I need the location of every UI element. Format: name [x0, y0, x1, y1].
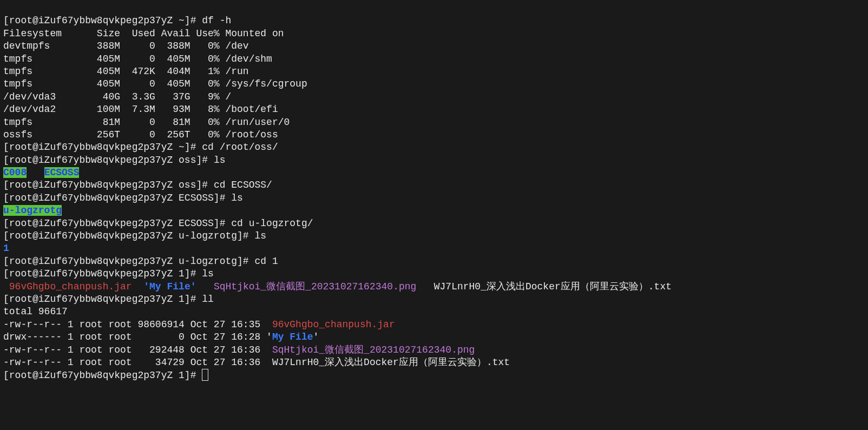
dir-1: 1	[3, 243, 9, 254]
ls-gap	[416, 281, 433, 292]
cmd-ll: ll	[202, 294, 214, 305]
prompt-1: [root@iZuf67ybbw8qvkpeg2p37yZ 1]#	[3, 370, 202, 381]
quote-open: '	[266, 332, 272, 342]
file-jar: 96vGhgbo_chanpush.jar	[9, 281, 132, 292]
file-myfile: 'My File'	[143, 281, 196, 292]
ls-gap	[196, 281, 213, 292]
prompt-1: [root@iZuf67ybbw8qvkpeg2p37yZ 1]#	[3, 294, 202, 305]
ll-total: total 96617	[3, 306, 68, 317]
df-row: devtmpfs 388M 0 388M 0% /dev	[3, 41, 249, 51]
cmd-df: df -h	[202, 15, 231, 26]
ls-pre	[3, 281, 9, 292]
prompt-home: [root@iZuf67ybbw8qvkpeg2p37yZ ~]#	[3, 15, 202, 26]
cmd-cd-ulog: cd u-logzrotg/	[231, 218, 313, 229]
prompt-ulog: [root@iZuf67ybbw8qvkpeg2p37yZ u-logzrotg…	[3, 230, 254, 241]
ll-row-meta: -rw-r--r-- 1 root root 34729 Oct 27 16:3…	[3, 357, 272, 368]
prompt-1: [root@iZuf67ybbw8qvkpeg2p37yZ 1]#	[3, 268, 202, 279]
prompt-ecsoss: [root@iZuf67ybbw8qvkpeg2p37yZ ECSOSS]#	[3, 193, 231, 203]
cmd-ls: ls	[254, 230, 266, 241]
ll-row-name: WJ7LnrH0_深入浅出Docker应用（阿里云实验）.txt	[272, 357, 510, 368]
df-row: tmpfs 81M 0 81M 0% /run/user/0	[3, 117, 290, 128]
dir-c008: C008	[3, 167, 27, 178]
df-row: tmpfs 405M 0 405M 0% /sys/fs/cgroup	[3, 78, 307, 89]
df-row: tmpfs 405M 472K 404M 1% /run	[3, 66, 249, 77]
ls-gap	[132, 281, 144, 292]
ll-row-meta: -rw-r--r-- 1 root root 292448 Oct 27 16:…	[3, 345, 272, 355]
ll-row-name: SqHtjkoi_微信截图_20231027162340.png	[272, 345, 475, 355]
ll-row-name: 96vGhgbo_chanpush.jar	[272, 319, 395, 330]
df-row: ossfs 256T 0 256T 0% /root/oss	[3, 129, 278, 140]
file-png: SqHtjkoi_微信截图_20231027162340.png	[214, 281, 416, 292]
df-row: tmpfs 405M 0 405M 0% /dev/shm	[3, 54, 272, 64]
ll-row-meta: drwx------ 1 root root 0 Oct 27 16:28	[3, 332, 266, 342]
prompt-oss: [root@iZuf67ybbw8qvkpeg2p37yZ oss]#	[3, 155, 214, 166]
ll-row-name: My File	[272, 332, 313, 342]
cmd-cd-1: cd 1	[254, 256, 278, 267]
prompt-ecsoss: [root@iZuf67ybbw8qvkpeg2p37yZ ECSOSS]#	[3, 218, 231, 229]
quote-close: '	[313, 332, 319, 342]
df-header: Filesystem Size Used Avail Use% Mounted …	[3, 28, 284, 39]
ls-gap	[27, 167, 44, 178]
cmd-ls: ls	[214, 155, 226, 166]
df-row: /dev/vda3 40G 3.3G 37G 9% /	[3, 91, 231, 102]
ll-row-meta: -rw-r--r-- 1 root root 98606914 Oct 27 1…	[3, 319, 272, 330]
cmd-cd-ecsoss: cd ECSOSS/	[214, 180, 272, 190]
terminal[interactable]: [root@iZuf67ybbw8qvkpeg2p37yZ ~]# df -h …	[0, 0, 868, 385]
cmd-ls: ls	[202, 268, 214, 279]
dir-ecsoss: ECSOSS	[44, 167, 80, 178]
df-row: /dev/vda2 100M 7.3M 93M 8% /boot/efi	[3, 104, 278, 115]
prompt-oss: [root@iZuf67ybbw8qvkpeg2p37yZ oss]#	[3, 180, 214, 190]
file-txt: WJ7LnrH0_深入浅出Docker应用（阿里云实验）.txt	[434, 281, 672, 292]
dir-ulog: u-logzrotg	[3, 205, 62, 216]
prompt-home: [root@iZuf67ybbw8qvkpeg2p37yZ ~]#	[3, 142, 202, 153]
cmd-ls: ls	[231, 193, 243, 203]
cmd-cd-oss: cd /root/oss/	[202, 142, 278, 153]
prompt-ulog: [root@iZuf67ybbw8qvkpeg2p37yZ u-logzrotg…	[3, 256, 254, 267]
cursor[interactable]	[202, 369, 208, 381]
